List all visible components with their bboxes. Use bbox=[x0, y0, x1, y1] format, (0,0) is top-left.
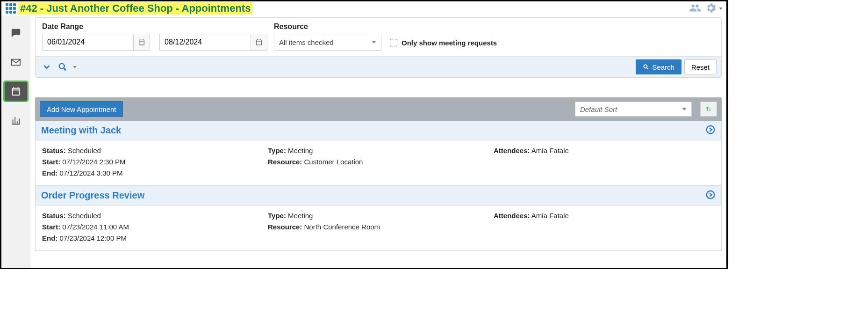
expand-toggle-icon[interactable] bbox=[40, 60, 53, 73]
resource-value: Customer Location bbox=[304, 158, 363, 166]
left-nav bbox=[1, 15, 30, 268]
status-value: Scheduled bbox=[68, 212, 101, 220]
attendees-value: Amia Fatale bbox=[531, 212, 569, 220]
resource-label: Resource: bbox=[268, 158, 302, 166]
chevron-down-icon bbox=[372, 41, 376, 44]
resource-select[interactable]: All items checked bbox=[274, 34, 381, 51]
appointment-header: Order Progress Review bbox=[35, 186, 722, 206]
date-to-input[interactable] bbox=[159, 34, 251, 51]
appointment-header: Meeting with Jack bbox=[35, 121, 722, 140]
type-label: Type: bbox=[268, 147, 286, 154]
reset-button[interactable]: Reset bbox=[684, 59, 717, 74]
resource-label: Resource: bbox=[268, 223, 302, 231]
appointment-title-link[interactable]: Meeting with Jack bbox=[41, 125, 121, 136]
status-label: Status: bbox=[42, 212, 66, 220]
resource-select-value: All items checked bbox=[279, 38, 334, 46]
open-appointment-icon[interactable] bbox=[705, 190, 716, 201]
attendees-label: Attendees: bbox=[494, 147, 530, 154]
sort-select[interactable]: Default Sort bbox=[575, 102, 692, 117]
attendees-value: Amia Fatale bbox=[531, 147, 569, 154]
svg-point-2 bbox=[644, 65, 647, 68]
end-label: End: bbox=[42, 234, 57, 242]
nav-calendar[interactable] bbox=[5, 82, 27, 101]
chevron-down-icon bbox=[682, 108, 687, 110]
start-value: 07/12/2024 2:30 PM bbox=[62, 158, 125, 166]
start-value: 07/23/2024 11:00 AM bbox=[62, 223, 129, 231]
svg-point-1 bbox=[64, 68, 66, 70]
add-appointment-label: Add New Appointment bbox=[47, 105, 116, 113]
filter-panel: Date Range bbox=[35, 17, 722, 78]
svg-point-3 bbox=[707, 126, 715, 134]
end-value: 07/12/2024 3:30 PM bbox=[60, 169, 123, 177]
start-label: Start: bbox=[42, 158, 60, 166]
resource-value: North Conference Room bbox=[304, 223, 380, 231]
search-settings-icon[interactable] bbox=[56, 60, 69, 73]
open-appointment-icon[interactable] bbox=[705, 125, 716, 136]
search-button[interactable]: Search bbox=[636, 59, 681, 74]
page-title: #42 - Just Another Coffee Shop - Appoint… bbox=[18, 2, 252, 15]
appointment-body: Status: Scheduled Start: 07/12/2024 2:30… bbox=[35, 140, 722, 186]
end-label: End: bbox=[42, 169, 57, 177]
status-value: Scheduled bbox=[68, 147, 101, 154]
gear-menu-caret[interactable] bbox=[719, 7, 723, 10]
end-value: 07/23/2024 12:00 PM bbox=[60, 234, 127, 242]
type-value: Meeting bbox=[288, 212, 313, 220]
search-button-label: Search bbox=[652, 63, 674, 71]
nav-chat[interactable] bbox=[5, 24, 27, 43]
nav-mail[interactable] bbox=[5, 53, 27, 72]
only-meetings-checkbox[interactable] bbox=[390, 39, 397, 46]
users-icon[interactable] bbox=[689, 2, 701, 15]
apps-grid-icon[interactable] bbox=[5, 3, 16, 14]
nav-reports[interactable] bbox=[5, 111, 27, 130]
attendees-label: Attendees: bbox=[494, 212, 530, 220]
appointment-body: Status: Scheduled Start: 07/23/2024 11:0… bbox=[35, 206, 722, 251]
resource-label: Resource bbox=[274, 22, 381, 31]
svg-point-0 bbox=[59, 64, 65, 69]
top-bar: #42 - Just Another Coffee Shop - Appoint… bbox=[1, 1, 726, 15]
search-settings-caret[interactable] bbox=[73, 66, 77, 68]
date-to-picker-icon[interactable] bbox=[251, 34, 267, 51]
type-value: Meeting bbox=[288, 147, 313, 154]
date-from-input[interactable] bbox=[42, 34, 133, 51]
list-toolbar: Add New Appointment Default Sort bbox=[35, 97, 722, 121]
gear-icon[interactable] bbox=[705, 2, 717, 15]
add-appointment-button[interactable]: Add New Appointment bbox=[40, 101, 123, 117]
only-meetings-label: Only show meeting requests bbox=[402, 39, 497, 47]
sort-direction-button[interactable] bbox=[700, 102, 717, 117]
date-from-picker-icon[interactable] bbox=[133, 34, 150, 51]
type-label: Type: bbox=[268, 212, 286, 220]
svg-point-4 bbox=[707, 191, 715, 199]
date-range-label: Date Range bbox=[42, 22, 267, 31]
sort-select-value: Default Sort bbox=[580, 105, 617, 113]
appointment-title-link[interactable]: Order Progress Review bbox=[41, 190, 144, 201]
start-label: Start: bbox=[42, 223, 60, 231]
status-label: Status: bbox=[42, 147, 66, 154]
